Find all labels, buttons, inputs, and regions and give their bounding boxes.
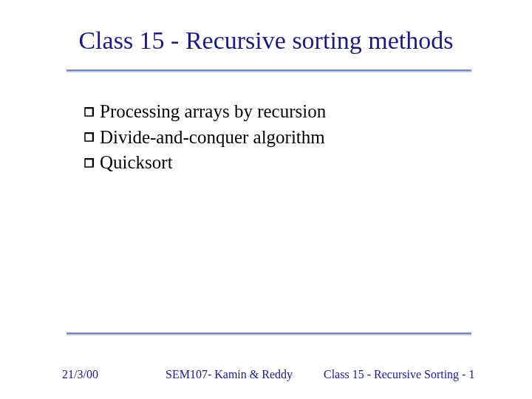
square-bullet-icon — [84, 158, 94, 168]
divider-top — [66, 69, 471, 71]
square-bullet-icon — [84, 132, 94, 142]
divider-bottom — [66, 332, 471, 334]
list-item: Divide-and-conquer algorithm — [84, 126, 326, 150]
footer-date: 21/3/00 — [62, 368, 98, 381]
list-item: Processing arrays by recursion — [84, 100, 326, 124]
square-bullet-icon — [84, 107, 94, 117]
list-item: Quicksort — [84, 151, 326, 175]
bullet-text: Processing arrays by recursion — [100, 100, 326, 124]
footer-course: SEM107- Kamin & Reddy — [166, 368, 293, 381]
svg-rect-2 — [85, 159, 93, 167]
bullet-text: Quicksort — [100, 151, 173, 175]
bullet-text: Divide-and-conquer algorithm — [100, 126, 325, 150]
footer-page: Class 15 - Recursive Sorting - 1 — [324, 368, 474, 381]
content-list: Processing arrays by recursion Divide-an… — [84, 100, 326, 177]
slide-title: Class 15 - Recursive sorting methods — [0, 0, 532, 55]
slide: Class 15 - Recursive sorting methods Pro… — [0, 0, 532, 399]
svg-rect-0 — [85, 108, 93, 116]
svg-rect-1 — [85, 133, 93, 141]
